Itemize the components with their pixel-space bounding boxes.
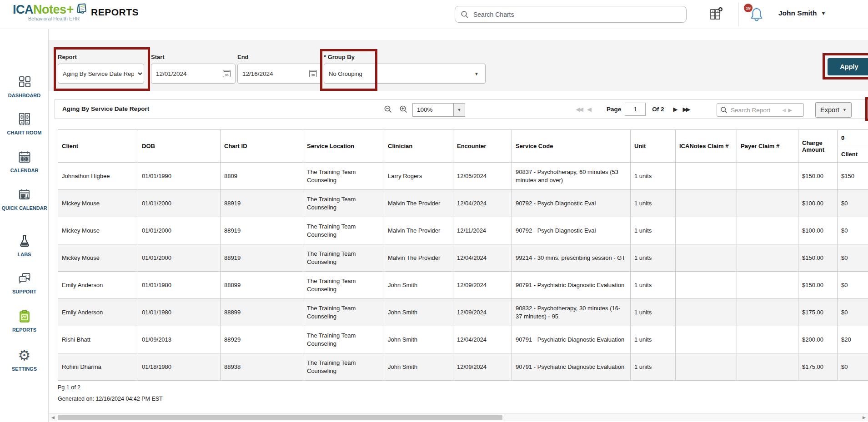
scrollbar-thumb[interactable] [58, 415, 502, 420]
cell-encounter: 12/09/2024 [453, 272, 512, 299]
notifications-bell-icon[interactable]: 19 [748, 5, 766, 24]
search-report-input[interactable] [731, 107, 780, 114]
cell-dob: 01/01/1980 [138, 272, 221, 299]
page-title: REPORTS [91, 7, 139, 18]
cell-chart-id: 88938 [221, 353, 303, 381]
logo-text-ica: ICA [13, 3, 33, 17]
sidebar-item-reports[interactable]: REPORTS [0, 309, 49, 333]
search-charts-input[interactable] [473, 11, 681, 18]
table-row[interactable]: Mickey Mouse 01/01/2000 88919 The Traini… [58, 244, 868, 272]
end-date-input[interactable] [242, 70, 309, 77]
cell-charge-amount: $150.00 [798, 272, 838, 299]
chevron-down-icon: ▼ [474, 71, 479, 76]
col-header-service-location: Service Location [303, 130, 384, 163]
logo-plus: + [67, 3, 74, 17]
report-select[interactable]: Aging By Service Date Report [58, 64, 144, 84]
table-row[interactable]: Rohini Dharma 01/18/1980 88938 The Train… [58, 353, 868, 381]
zoom-out-icon[interactable] [384, 105, 392, 114]
search-next-icon[interactable]: ▶ [788, 107, 792, 113]
cell-unit: 1 units [631, 217, 676, 244]
page-count-label: Of 2 [652, 106, 664, 113]
sidebar-item-quick-calendar[interactable]: QUICK CALENDAR [0, 187, 49, 212]
last-page-button[interactable]: ▶▶ [683, 106, 691, 113]
scroll-right-icon[interactable]: ▶ [863, 415, 866, 420]
sidebar-item-support[interactable]: SUPPORT [0, 271, 49, 295]
end-date-label: End [237, 54, 249, 60]
search-prev-icon[interactable]: ◀ [782, 107, 786, 113]
previous-page-button[interactable]: ◀ [587, 106, 593, 113]
cell-unit: 1 units [631, 190, 676, 217]
cell-aging-client: $0 [838, 217, 868, 244]
cell-payer-claim [737, 244, 798, 272]
sidebar-item-labs[interactable]: LABS [0, 233, 49, 258]
cell-icanotes-claim [676, 217, 737, 244]
chart-room-icon [0, 112, 49, 127]
table-row[interactable]: Mickey Mouse 01/01/2000 88919 The Traini… [58, 190, 868, 217]
cell-charge-amount: $150.00 [798, 244, 838, 272]
cell-service-location: The Training Team Counseling [303, 190, 384, 217]
table-row[interactable]: Emily Anderson 01/01/1980 88899 The Trai… [58, 299, 868, 326]
table-row[interactable]: Rishi Bhatt 01/09/2013 88929 The Trainin… [58, 326, 868, 353]
header-divider [738, 3, 739, 26]
cell-client: Johnathon Higbee [58, 163, 138, 190]
page-label: Page [607, 106, 621, 113]
sidebar-item-calendar[interactable]: CALENDAR [0, 149, 49, 174]
table-row[interactable]: Johnathon Higbee 01/01/1990 8809 The Tra… [58, 163, 868, 190]
end-date-field[interactable]: 30 [237, 64, 322, 84]
zoom-level-select[interactable]: 100% ▼ [412, 103, 465, 117]
chart-cabinet-add-icon[interactable] [707, 6, 724, 23]
cell-aging-client: $0 [838, 299, 868, 326]
calendar-picker-icon[interactable]: 30 [223, 70, 231, 77]
group-by-label: * Group By [324, 54, 355, 60]
cell-unit: 1 units [631, 299, 676, 326]
cell-payer-claim [737, 190, 798, 217]
search-report-box[interactable]: ◀ ▶ [717, 103, 804, 117]
cell-dob: 01/01/2000 [138, 217, 221, 244]
sidebar-item-dashboard[interactable]: DASHBOARD [0, 74, 49, 99]
start-date-input[interactable] [156, 70, 223, 77]
col-header-service-code: Service Code [512, 130, 631, 163]
cell-icanotes-claim [676, 326, 737, 353]
cell-clinician: John Smith [384, 353, 453, 381]
user-menu[interactable]: John Smith ▼ [778, 9, 826, 17]
cell-chart-id: 88899 [221, 272, 303, 299]
cell-chart-id: 88919 [221, 244, 303, 272]
sidebar-item-chart-room[interactable]: CHART ROOM [0, 112, 49, 136]
cell-unit: 1 units [631, 244, 676, 272]
page-info-text: Pg 1 of 2 [58, 384, 80, 391]
start-date-field[interactable]: 30 [151, 64, 236, 84]
cell-encounter: 12/04/2024 [453, 326, 512, 353]
first-page-button[interactable]: ◀◀ [576, 106, 583, 113]
next-page-button[interactable]: ▶ [673, 106, 679, 113]
cell-client: Rohini Dharma [58, 353, 138, 381]
cell-service-code: 90791 - Psychiatric Diagnostic Evaluatio… [512, 272, 631, 299]
cell-icanotes-claim [676, 272, 737, 299]
settings-gear-icon: ⚙ [0, 348, 49, 363]
export-button[interactable]: Export ▼ [815, 102, 852, 118]
zoom-level-value: 100% [413, 104, 453, 116]
cell-payer-claim [737, 326, 798, 353]
page-number-input[interactable] [625, 103, 646, 116]
cell-payer-claim [737, 353, 798, 381]
calendar-picker-icon[interactable]: 30 [309, 70, 317, 77]
group-by-select[interactable]: No Grouping ▼ [324, 64, 486, 84]
sidebar-item-settings[interactable]: ⚙ SETTINGS [0, 348, 49, 372]
table-row[interactable]: Emily Anderson 01/01/1980 88899 The Trai… [58, 272, 868, 299]
scroll-left-icon[interactable]: ◀ [51, 415, 55, 420]
cell-charge-amount: $100.00 [798, 217, 838, 244]
search-charts-box[interactable] [455, 6, 687, 23]
cell-client: Emily Anderson [58, 272, 138, 299]
logo-text-notes: Notes [33, 3, 66, 17]
apply-button[interactable]: Apply [828, 58, 868, 75]
cell-service-location: The Training Team Counseling [303, 272, 384, 299]
zoom-in-icon[interactable] [399, 105, 408, 114]
horizontal-scrollbar[interactable]: ◀ ▶ [49, 413, 868, 421]
user-name: John Smith [778, 9, 817, 17]
cell-clinician: Malvin The Provider [384, 244, 453, 272]
table-row[interactable]: Mickey Mouse 01/01/2000 88919 The Traini… [58, 217, 868, 244]
cell-client: Mickey Mouse [58, 190, 138, 217]
report-title: Aging By Service Date Report [62, 99, 149, 119]
cell-encounter: 12/09/2024 [453, 299, 512, 326]
notification-badge: 19 [744, 4, 753, 12]
reports-clipboard-icon [0, 309, 49, 324]
